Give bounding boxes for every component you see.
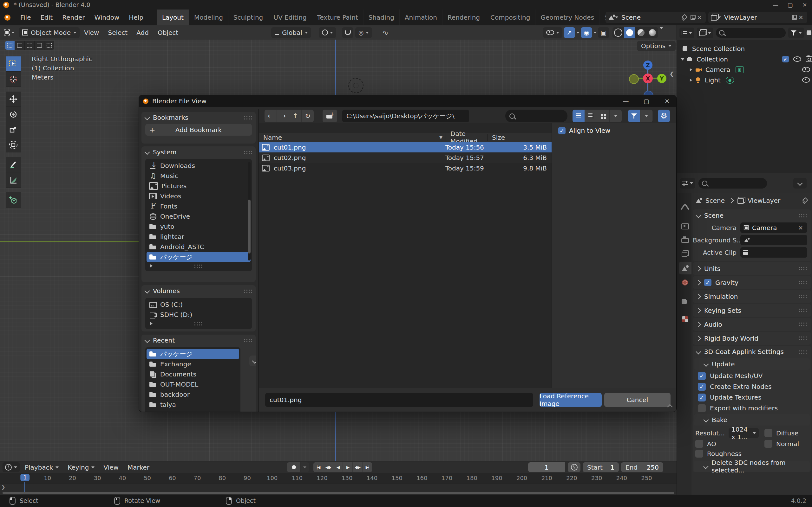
expand-right-icon[interactable] <box>690 68 692 71</box>
resize-corner-icon[interactable] <box>668 403 672 410</box>
volume-list-item[interactable]: SDHC (D:) <box>147 309 251 320</box>
menubar-item[interactable]: Render <box>57 9 90 25</box>
resize-grip[interactable] <box>194 322 203 326</box>
viewport-menu-item[interactable]: Add <box>132 29 153 37</box>
expand-icon[interactable] <box>150 264 153 268</box>
tab-render[interactable] <box>678 219 692 232</box>
copy-icon[interactable] <box>792 15 797 20</box>
recent-list-item[interactable]: backdoor <box>147 389 239 400</box>
bake-roughness-row[interactable]: Roughness <box>695 450 759 458</box>
end-frame-field[interactable]: End250 <box>621 462 663 472</box>
file-row[interactable]: cut01.png Today 15:56 3.5 MiB <box>259 142 552 153</box>
tab-object[interactable] <box>678 295 692 308</box>
filename-input[interactable]: cut01.png <box>265 393 533 407</box>
hide-eye-icon[interactable] <box>802 67 810 72</box>
bookmarks-header[interactable]: Bookmarks <box>142 112 256 123</box>
column-name[interactable]: Name ▼ <box>259 134 446 141</box>
system-list-item[interactable]: OneDrive <box>147 211 251 222</box>
gizmo-toggle[interactable]: ↗ <box>564 27 575 38</box>
tab-scene[interactable] <box>679 262 692 274</box>
volumes-header[interactable]: Volumes <box>142 285 256 297</box>
recent-list-item[interactable]: Exchange <box>147 359 239 369</box>
gizmo-dropdown[interactable] <box>576 32 579 34</box>
timeline-scrollbar[interactable] <box>3 492 674 494</box>
filter-dropdown[interactable] <box>788 27 804 38</box>
bake-ao-row[interactable]: AO <box>695 440 759 448</box>
recent-list-item[interactable]: OUT-MODEL <box>147 379 239 389</box>
shading-rendered-button[interactable] <box>647 27 658 38</box>
bake-diffuse-row[interactable]: Diffuse <box>759 429 809 437</box>
workspace-tab[interactable]: Geometry Nodes <box>536 9 600 25</box>
system-list-item[interactable]: Fonts <box>147 201 251 211</box>
system-list-item[interactable]: Videos <box>147 191 251 201</box>
collection-checkbox[interactable] <box>782 56 789 62</box>
snap-target-dropdown[interactable] <box>319 27 336 38</box>
display-mode-dropdown[interactable] <box>697 27 713 38</box>
overlays-toggle[interactable]: ◉ <box>581 27 592 38</box>
collapsed-panel[interactable]: Keying Sets <box>693 304 811 317</box>
orientation-dropdown[interactable]: Global <box>271 27 311 38</box>
delete-3dc-subpanel-header[interactable]: Delete 3DC nodes from selected... <box>694 461 810 472</box>
copy-icon[interactable] <box>691 15 696 20</box>
editor-type-button[interactable] <box>680 178 695 188</box>
viewport-menu-item[interactable]: View <box>80 29 103 37</box>
keying-dropdown[interactable] <box>301 462 309 472</box>
timeline-ruler[interactable]: 1102030405060708090100110120130140150160… <box>0 473 676 483</box>
unlink-icon[interactable]: ✕ <box>696 14 703 21</box>
expand-triangle-icon[interactable] <box>681 58 684 60</box>
select-mode-new[interactable] <box>5 41 15 50</box>
volume-list-item[interactable]: OS (C:) <box>147 299 251 309</box>
menubar-item[interactable]: Window <box>90 9 124 25</box>
tab-tool[interactable] <box>678 201 692 213</box>
editor-type-button[interactable] <box>679 27 694 38</box>
create-directory-button[interactable] <box>322 110 337 122</box>
view-horizontal-list-button[interactable] <box>585 110 597 122</box>
gizmo-x-axis[interactable]: X <box>643 73 653 83</box>
falloff-curve-icon[interactable]: ∿ <box>382 28 389 37</box>
shading-material-button[interactable] <box>635 27 647 38</box>
filter-dropdown[interactable] <box>641 110 653 122</box>
expand-right-icon[interactable] <box>690 78 692 82</box>
select-mode-subtract[interactable] <box>25 41 35 50</box>
refresh-button[interactable]: ↻ <box>302 110 314 122</box>
applink-checkbox-row[interactable]: Create Extra Nodes <box>693 381 811 392</box>
workspace-tab[interactable]: Shading <box>363 9 400 25</box>
system-list-item[interactable]: yuto <box>147 222 251 232</box>
scene-selector[interactable]: Scene ✕ <box>606 12 706 23</box>
minimize-button[interactable]: — <box>768 0 783 9</box>
scale-tool[interactable] <box>6 122 21 137</box>
shading-dropdown[interactable] <box>660 27 663 29</box>
system-list-item[interactable]: Music <box>147 171 251 181</box>
bake-normal-row[interactable]: Normal <box>759 440 809 448</box>
system-list-item[interactable]: Pictures <box>147 181 251 191</box>
overlays-dropdown[interactable] <box>594 32 597 34</box>
filter-toggle[interactable] <box>628 110 641 122</box>
pin-icon[interactable] <box>802 198 807 203</box>
applink-checkbox-row[interactable]: Update Textures <box>693 392 811 403</box>
previous-keyframe-button[interactable]: ◀◆ <box>323 462 333 472</box>
annotate-tool[interactable] <box>6 157 21 172</box>
tree-item-light[interactable]: Light ● <box>677 75 812 85</box>
cursor-tool[interactable] <box>6 72 21 87</box>
align-to-view-checkbox[interactable] <box>558 127 565 134</box>
scene-panel-header[interactable]: Scene <box>693 210 811 222</box>
workspace-tab[interactable]: Animation <box>400 9 443 25</box>
channel-expander-icon[interactable]: ❯ <box>1 484 5 490</box>
dialog-maximize-button[interactable]: ▢ <box>637 95 656 107</box>
shading-wireframe-button[interactable] <box>612 27 624 38</box>
maximize-button[interactable]: ▢ <box>783 0 798 9</box>
system-list-item[interactable]: lightcar <box>147 232 251 242</box>
select-mode-extend[interactable] <box>15 41 25 50</box>
current-frame-field[interactable]: 1 <box>528 462 565 472</box>
xray-toggle[interactable]: ▣ <box>598 27 609 38</box>
file-search-input[interactable] <box>505 110 567 122</box>
tab-view-layer[interactable] <box>678 247 692 260</box>
outliner-search-input[interactable] <box>716 28 786 38</box>
play-button[interactable]: ▶ <box>343 462 353 472</box>
viewport-menu-item[interactable]: Object <box>153 29 183 37</box>
collapsed-panel[interactable]: Audio <box>693 318 811 331</box>
breadcrumb-scene[interactable]: Scene <box>705 197 725 205</box>
move-tool[interactable] <box>6 92 21 107</box>
workspace-tab[interactable]: UV Editing <box>268 9 312 25</box>
hide-eye-icon[interactable] <box>793 56 801 62</box>
